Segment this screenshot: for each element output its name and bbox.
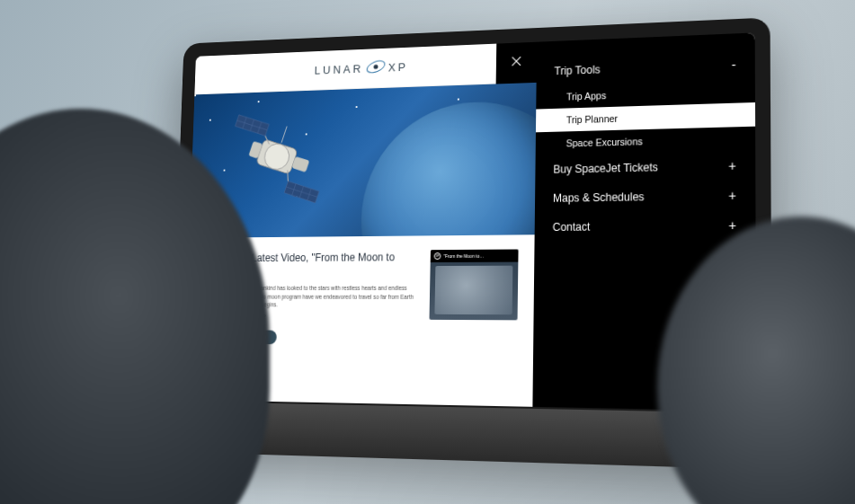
menu-maps-schedules[interactable]: Maps & Schedules +: [535, 181, 756, 213]
close-menu-button[interactable]: [496, 42, 538, 84]
brand-wordmark-left: LUNAR: [315, 62, 364, 76]
video-thumbnail[interactable]: XP "From the Moon to…: [429, 250, 518, 321]
hero-image: [190, 83, 537, 238]
menu-buy-spacejet-tickets[interactable]: Buy SpaceJet Tickets +: [535, 151, 755, 185]
hero-spacecraft: [216, 109, 341, 217]
close-icon: [509, 54, 523, 72]
hero-earth: [359, 99, 537, 238]
menu-item-label: Trip Tools: [554, 63, 600, 77]
expand-icon: +: [728, 188, 736, 203]
menu-sub-label: Trip Planner: [566, 113, 618, 126]
expand-icon: +: [728, 158, 736, 173]
collapse-icon: -: [732, 57, 736, 72]
video-thumb-preview: [434, 266, 512, 315]
svg-point-1: [373, 64, 378, 68]
menu-sub-label: Trip Apps: [566, 90, 606, 102]
menu-item-label: Maps & Schedules: [553, 190, 645, 205]
brand-mark-icon: [364, 55, 387, 82]
video-thumb-label: "From the Moon to…: [443, 253, 484, 259]
menu-contact[interactable]: Contact +: [535, 210, 756, 242]
video-thumb-brand-icon: XP: [434, 252, 441, 260]
svg-line-18: [281, 127, 287, 143]
video-thumb-titlebar: XP "From the Moon to…: [431, 250, 519, 263]
brand-wordmark-right: XP: [388, 60, 408, 74]
menu-item-label: Contact: [553, 220, 591, 234]
expand-icon: +: [728, 217, 736, 233]
menu-sub-label: Space Excursions: [566, 136, 643, 148]
brand-logo[interactable]: LUNAR XP: [314, 54, 408, 84]
menu-item-label: Buy SpaceJet Tickets: [553, 161, 658, 176]
